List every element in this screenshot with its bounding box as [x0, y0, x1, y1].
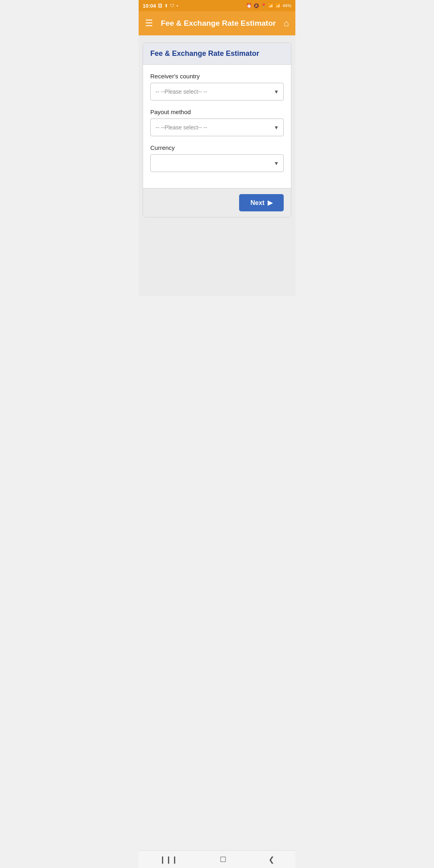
next-button[interactable]: Next ▶	[239, 194, 284, 211]
dot-icon: •	[176, 3, 178, 8]
signal-icon: 📶	[275, 3, 281, 8]
currency-label: Currency	[150, 144, 284, 151]
battery-text: 44%	[283, 3, 291, 8]
payout-method-label: Payout method	[150, 108, 284, 115]
card-header: Fee & Exchange Rate Estimator	[143, 43, 291, 65]
payout-method-group: Payout method -- --Please select-- -- ▼	[150, 108, 284, 136]
receivers-country-group: Receiver's country -- --Please select-- …	[150, 73, 284, 100]
card-title: Fee & Exchange Rate Estimator	[150, 49, 259, 57]
status-time: 10:04	[143, 3, 156, 9]
currency-group: Currency ▼	[150, 144, 284, 172]
next-button-label: Next	[250, 199, 264, 207]
next-arrow-icon: ▶	[268, 199, 272, 207]
app-title: Fee & Exchange Rate Estimator	[153, 19, 284, 28]
home-icon[interactable]: ⌂	[284, 18, 289, 29]
shield-icon: 🛡	[170, 3, 174, 8]
app-header: ☰ Fee & Exchange Rate Estimator ⌂	[139, 11, 295, 35]
currency-select[interactable]	[150, 154, 284, 172]
photo-icon: 🖼	[158, 3, 162, 8]
receivers-country-select[interactable]: -- --Please select-- --	[150, 83, 284, 100]
status-bar-right: ⏰ 🔕 📍 📶 📶 44%	[246, 3, 291, 8]
receivers-country-select-wrapper: -- --Please select-- -- ▼	[150, 83, 284, 100]
currency-select-wrapper: ▼	[150, 154, 284, 172]
card-footer: Next ▶	[143, 188, 291, 217]
location-icon: 📍	[261, 3, 266, 8]
payout-method-select[interactable]: -- --Please select-- --	[150, 119, 284, 136]
status-bar: 10:04 🖼 ⬆ 🛡 • ⏰ 🔕 📍 📶 📶 44%	[139, 0, 295, 11]
card-body: Receiver's country -- --Please select-- …	[143, 65, 291, 188]
status-bar-left: 10:04 🖼 ⬆ 🛡 •	[143, 3, 178, 9]
estimator-card: Fee & Exchange Rate Estimator Receiver's…	[143, 43, 291, 217]
mute-icon: 🔕	[254, 3, 259, 8]
main-content: Fee & Exchange Rate Estimator Receiver's…	[139, 35, 295, 296]
wifi-icon: 📶	[268, 3, 274, 8]
upload-icon: ⬆	[164, 3, 168, 8]
alarm-icon: ⏰	[246, 3, 252, 8]
payout-method-select-wrapper: -- --Please select-- -- ▼	[150, 119, 284, 136]
receivers-country-label: Receiver's country	[150, 73, 284, 80]
menu-icon[interactable]: ☰	[145, 18, 153, 29]
